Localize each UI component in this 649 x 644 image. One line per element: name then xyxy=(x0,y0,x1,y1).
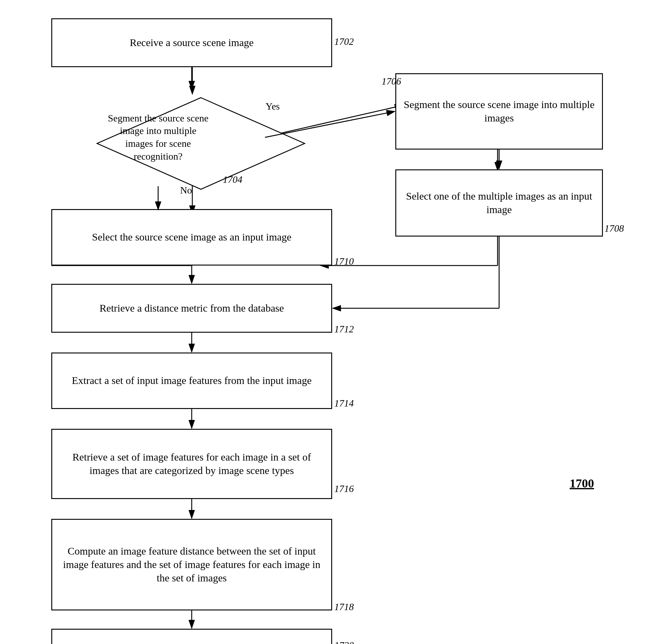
box-1720: Determine a scene type for the input ima… xyxy=(51,629,332,644)
label-1702: 1702 xyxy=(334,36,354,47)
arrow-no-label: No xyxy=(180,185,192,196)
box-1714: Extract a set of input image features fr… xyxy=(51,352,332,409)
diamond-1704: Segment the source scene image into mult… xyxy=(51,88,265,186)
box-1706-label: Segment the source scene image into mult… xyxy=(402,98,596,125)
label-1714: 1714 xyxy=(334,398,354,409)
box-1712-label: Retrieve a distance metric from the data… xyxy=(99,302,284,315)
box-1702: Receive a source scene image xyxy=(51,18,332,67)
box-1706: Segment the source scene image into mult… xyxy=(395,73,603,149)
diagram-label-1700: 1700 xyxy=(570,476,594,490)
box-1714-label: Extract a set of input image features fr… xyxy=(72,374,312,387)
box-1702-label: Receive a source scene image xyxy=(130,36,254,49)
label-1710: 1710 xyxy=(334,256,354,267)
box-1710: Select the source scene image as an inpu… xyxy=(51,209,332,265)
label-1718: 1718 xyxy=(334,601,354,612)
box-1716: Retrieve a set of image features for eac… xyxy=(51,429,332,499)
box-1716-label: Retrieve a set of image features for eac… xyxy=(58,450,325,477)
box-1710-label: Select the source scene image as an inpu… xyxy=(92,230,291,244)
flowchart-diagram: Receive a source scene image 1702 Segmen… xyxy=(0,0,649,644)
diamond-1704-label: Segment the source scene image into mult… xyxy=(94,95,222,180)
label-1716: 1716 xyxy=(334,483,354,495)
label-1706: 1706 xyxy=(382,76,401,87)
arrow-yes-label: Yes xyxy=(266,101,280,112)
box-1708-label: Select one of the multiple images as an … xyxy=(402,189,596,216)
box-1712: Retrieve a distance metric from the data… xyxy=(51,284,332,333)
label-1708: 1708 xyxy=(604,223,624,234)
box-1718: Compute an image feature distance betwee… xyxy=(51,519,332,610)
label-1704: 1704 xyxy=(223,174,243,185)
box-1718-label: Compute an image feature distance betwee… xyxy=(58,545,325,585)
box-1708: Select one of the multiple images as an … xyxy=(395,169,603,237)
label-1720: 1720 xyxy=(334,640,354,644)
label-1712: 1712 xyxy=(334,324,354,335)
